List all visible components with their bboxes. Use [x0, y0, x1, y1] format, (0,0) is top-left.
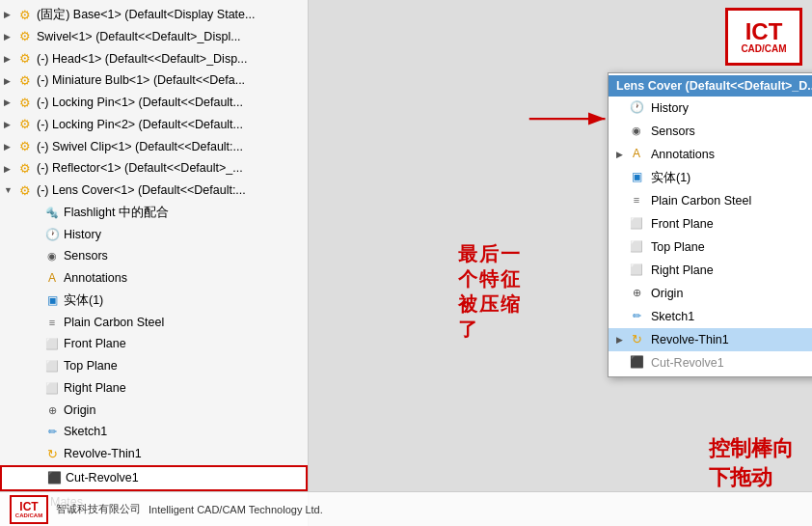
- tree-item-sketch1[interactable]: ✏Sketch1: [0, 421, 308, 443]
- expand-arrow-pin1[interactable]: ▶: [4, 97, 15, 108]
- expand-arrow-right-plane[interactable]: [31, 382, 42, 394]
- popup-item-top-plane[interactable]: ⬜Top Plane: [609, 235, 812, 259]
- popup-item-cut-revolve1[interactable]: ⬛Cut-Revolve1: [609, 351, 812, 374]
- assembly-icon: ⚙: [17, 182, 33, 198]
- tree-item-revolve-thin1[interactable]: ↻Revolve-Thin1: [0, 443, 308, 465]
- tree-item-right-plane[interactable]: ⬜Right Plane: [0, 377, 308, 400]
- tree-label-top-plane: Top Plane: [64, 357, 118, 375]
- tree-item-annotations[interactable]: AAnnotations: [0, 267, 308, 290]
- expand-arrow-top-plane[interactable]: [31, 360, 42, 372]
- popup-label-top-plane: Top Plane: [651, 237, 705, 257]
- popup-item-front-plane[interactable]: ⬜Front Plane: [609, 212, 812, 235]
- expand-arrow-base[interactable]: ▶: [4, 9, 15, 20]
- popup-item-sensors[interactable]: ◉Sensors: [609, 120, 812, 143]
- expand-arrow-lens-cover[interactable]: ▼: [4, 184, 15, 196]
- tree-label-flashlight-config: Flashlight 中的配合: [64, 204, 169, 222]
- popup-plane-icon-top-plane: ⬜: [628, 238, 645, 256]
- assembly-icon: ⚙: [17, 161, 33, 177]
- expand-arrow-reflector[interactable]: ▶: [4, 163, 15, 175]
- watermark-company-cn: 智诚科技有限公司: [56, 502, 141, 516]
- plane-icon: ⬜: [44, 380, 60, 396]
- popup-item-material[interactable]: ≡Plain Carbon Steel: [609, 189, 812, 212]
- popup-item-body[interactable]: ▣实体(1): [609, 166, 812, 189]
- expand-arrow-revolve-thin1[interactable]: [31, 448, 42, 459]
- main-container: ▶⚙(固定) Base<1> (Default<Display State...…: [0, 0, 812, 526]
- tree-label-lens-cover: (-) Lens Cover<1> (Default<<Default:...: [37, 181, 246, 200]
- tree-item-reflector[interactable]: ▶⚙(-) Reflector<1> (Default<<Default>_..…: [0, 157, 308, 180]
- expand-arrow-body[interactable]: [31, 294, 42, 306]
- popup-label-sketch1: Sketch1: [651, 307, 694, 326]
- left-panel-tree[interactable]: ▶⚙(固定) Base<1> (Default<Display State...…: [0, 0, 309, 526]
- assembly-icon: ⚙: [17, 73, 33, 89]
- arrow-right-indicator: [521, 104, 617, 133]
- tree-item-body[interactable]: ▣实体(1): [0, 290, 308, 312]
- tree-label-sensors: Sensors: [64, 247, 108, 265]
- popup-label-body: 实体(1): [651, 168, 690, 187]
- tree-item-cut-revolve1[interactable]: ⬛Cut-Revolve1: [0, 465, 308, 491]
- expand-arrow-annotations[interactable]: [31, 272, 42, 284]
- popup-label-cut-revolve1: Cut-Revolve1: [651, 353, 724, 373]
- tree-item-head[interactable]: ▶⚙(-) Head<1> (Default<<Default>_Disp...: [0, 48, 308, 70]
- watermark-company-en: Intelligent CAD/CAM Technology Ltd.: [149, 504, 323, 515]
- popup-body-icon-body: ▣: [628, 169, 645, 186]
- tree-item-swivel[interactable]: ▶⚙Swivel<1> (Default<<Default>_Displ...: [0, 26, 308, 48]
- popup-item-annotations[interactable]: ▶AAnnotations: [609, 143, 812, 166]
- tree-item-pin2[interactable]: ▶⚙(-) Locking Pin<2> (Default<<Default..…: [0, 114, 308, 136]
- popup-item-sketch1[interactable]: ✏Sketch1: [609, 305, 812, 328]
- annotation-chinese-compress: 最后一 个特征 被压缩 了: [458, 241, 522, 342]
- popup-expand-annotations: ▶: [616, 148, 628, 161]
- expand-arrow-cut-revolve1[interactable]: [33, 472, 44, 484]
- expand-arrow-swivel[interactable]: ▶: [4, 31, 15, 42]
- expand-arrow-history[interactable]: [31, 229, 42, 240]
- expand-arrow-origin[interactable]: [31, 404, 42, 416]
- popup-plane-icon-front-plane: ⬜: [628, 215, 645, 233]
- tree-label-right-plane: Right Plane: [64, 379, 126, 398]
- tree-item-sensors[interactable]: ◉Sensors: [0, 245, 308, 267]
- tree-label-history: History: [64, 226, 101, 244]
- tree-item-origin[interactable]: ⊕Origin: [0, 400, 308, 422]
- expand-arrow-head[interactable]: ▶: [4, 53, 15, 65]
- tree-label-base: (固定) Base<1> (Default<Display State...: [37, 6, 255, 24]
- expand-arrow-swivel-clip[interactable]: ▶: [4, 141, 15, 152]
- plane-icon: ⬜: [44, 337, 60, 352]
- cadcam-logo-text: CAD/CAM: [741, 43, 786, 54]
- tree-item-bulb[interactable]: ▶⚙(-) Miniature Bulb<1> (Default<<Defa..…: [0, 69, 308, 92]
- popup-label-revolve-thin1: Revolve-Thin1: [651, 330, 729, 349]
- tree-item-lens-cover[interactable]: ▼⚙(-) Lens Cover<1> (Default<<Default:..…: [0, 180, 308, 202]
- popup-label-annotations: Annotations: [651, 145, 715, 164]
- tree-item-material[interactable]: ≡Plain Carbon Steel: [0, 312, 308, 334]
- tree-item-history[interactable]: 🕐History: [0, 224, 308, 246]
- assembly-icon: ⚙: [17, 117, 33, 132]
- popup-header: Lens Cover (Default<<Default>_D...: [609, 75, 812, 97]
- expand-arrow-sketch1[interactable]: [31, 427, 42, 438]
- popup-header-label: Lens Cover (Default<<Default>_D...: [616, 79, 812, 93]
- expand-arrow-sensors[interactable]: [31, 251, 42, 263]
- expand-arrow-pin2[interactable]: ▶: [4, 119, 15, 130]
- tree-label-body: 实体(1): [64, 291, 103, 310]
- material-icon: ≡: [44, 315, 60, 330]
- popup-history-icon-history: 🕐: [628, 99, 645, 117]
- popup-material-icon-material: ≡: [628, 192, 645, 209]
- popup-label-history: History: [651, 98, 689, 118]
- expand-arrow-front-plane[interactable]: [31, 339, 42, 350]
- tree-item-front-plane[interactable]: ⬜Front Plane: [0, 333, 308, 355]
- expand-arrow-bulb[interactable]: ▶: [4, 75, 15, 87]
- popup-item-right-plane[interactable]: ⬜Right Plane: [609, 259, 812, 282]
- popup-annotation-icon-annotations: A: [628, 146, 645, 163]
- popup-tree-panel[interactable]: Lens Cover (Default<<Default>_D... 🕐Hist…: [608, 72, 812, 377]
- popup-label-material: Plain Carbon Steel: [651, 191, 751, 210]
- popup-item-history[interactable]: 🕐History: [609, 97, 812, 120]
- popup-sketch-icon-sketch1: ✏: [628, 308, 645, 325]
- expand-arrow-flashlight-config[interactable]: [31, 207, 42, 218]
- tree-item-top-plane[interactable]: ⬜Top Plane: [0, 355, 308, 377]
- tree-item-flashlight-config[interactable]: 🔩Flashlight 中的配合: [0, 202, 308, 224]
- tree-item-pin1[interactable]: ▶⚙(-) Locking Pin<1> (Default<<Default..…: [0, 92, 308, 114]
- popup-item-origin[interactable]: ⊕Origin: [609, 282, 812, 305]
- popup-item-revolve-thin1[interactable]: ▶↻Revolve-Thin1: [609, 328, 812, 351]
- tree-item-swivel-clip[interactable]: ▶⚙(-) Swivel Clip<1> (Default<<Default:.…: [0, 136, 308, 158]
- expand-arrow-material[interactable]: [31, 317, 42, 328]
- popup-label-front-plane: Front Plane: [651, 214, 714, 234]
- popup-origin-icon-origin: ⊕: [628, 285, 645, 302]
- tree-item-base[interactable]: ▶⚙(固定) Base<1> (Default<Display State...: [0, 4, 308, 26]
- tree-label-origin: Origin: [64, 401, 95, 420]
